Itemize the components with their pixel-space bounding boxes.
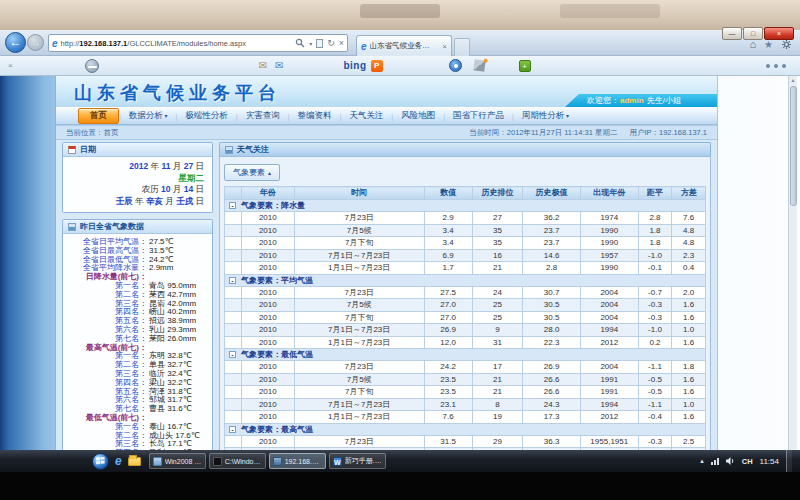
- expand-column-header: [225, 187, 242, 200]
- chevron-up-icon: ▴: [268, 169, 271, 176]
- report-body: 全省日平均气温：27.5℃全省日最高气温：31.5℃全省日最低气温：24.2℃全…: [63, 234, 212, 450]
- table-cell: 2010: [241, 212, 294, 225]
- nav-item-7[interactable]: 国省下行产品: [445, 109, 512, 123]
- table-cell: 9: [472, 324, 523, 337]
- language-indicator[interactable]: CH: [742, 457, 753, 466]
- toolbar-logo-icon[interactable]: [85, 59, 99, 73]
- network-icon[interactable]: [711, 458, 719, 465]
- table-cell: 7月下旬: [294, 237, 424, 250]
- taskbar-button-3[interactable]: W新巧手册.docx...: [329, 453, 386, 469]
- table-cell: 1994: [580, 398, 638, 411]
- table-cell: 2010: [241, 286, 294, 299]
- forward-button[interactable]: →: [27, 34, 44, 51]
- table-cell: 7月5候: [294, 373, 424, 386]
- bing-logo[interactable]: bing P: [343, 60, 382, 72]
- ie-taskbar-icon[interactable]: e: [115, 454, 122, 468]
- gear-icon[interactable]: [781, 39, 792, 50]
- refresh-icon[interactable]: ↻: [327, 38, 335, 48]
- search-icon[interactable]: [295, 38, 305, 48]
- collapse-toggle-icon[interactable]: -: [229, 426, 236, 433]
- group-header-row[interactable]: -气象要素：最低气温: [225, 349, 706, 361]
- table-cell: 30.5: [523, 299, 581, 312]
- nav-item-3[interactable]: 灾害查询: [238, 109, 288, 123]
- compatibility-view-icon[interactable]: [316, 39, 323, 48]
- maximize-button[interactable]: □: [743, 27, 763, 40]
- group-header-row[interactable]: -气象要素：最高气温: [225, 423, 706, 435]
- tab-close-icon[interactable]: ×: [442, 42, 447, 51]
- taskbar-button-1[interactable]: C:\Windows\s...: [209, 453, 266, 469]
- table-cell: 1.8: [672, 361, 706, 374]
- group-header-row[interactable]: -气象要素：降水量: [225, 200, 706, 212]
- table-row: 20107月5候3.43523.719901.84.8: [225, 224, 706, 237]
- table-cell: 7月23日: [294, 435, 424, 448]
- table-cell: 2.5: [672, 435, 706, 448]
- table-cell: 1991: [580, 386, 638, 399]
- date-panel-header: 日期: [63, 143, 212, 157]
- scroll-up-icon[interactable]: ▲: [791, 76, 796, 84]
- group-header-row[interactable]: -气象要素：平均气温: [225, 274, 706, 286]
- nav-item-6[interactable]: 风险地图: [393, 109, 443, 123]
- browser-tab[interactable]: e 山东省气候业务平... ×: [356, 35, 452, 56]
- mail-icon[interactable]: ✉: [275, 60, 283, 71]
- table-cell: 2010: [241, 237, 294, 250]
- table-cell: 7月下旬: [294, 386, 424, 399]
- volume-icon[interactable]: [726, 457, 735, 465]
- tray-expand-icon[interactable]: ▴: [700, 457, 704, 465]
- date-panel-title: 日期: [80, 144, 96, 155]
- taskbar-button-2[interactable]: 192.168.59.99...: [269, 453, 326, 469]
- back-button[interactable]: ←: [5, 32, 26, 53]
- current-time: 当前时间：2012年11月27日 11:14:31 星期二: [469, 128, 617, 138]
- table-cell: 1.6: [672, 311, 706, 324]
- table-cell: 2010: [241, 336, 294, 349]
- table-cell: 1990: [580, 237, 638, 250]
- minimize-button[interactable]: —: [722, 27, 742, 40]
- date-line: 2012 年 11 月 27 日: [67, 161, 204, 173]
- taskbar-button-0[interactable]: Win2008 (VS2...: [149, 453, 206, 469]
- taskbar-button-label: 新巧手册.docx...: [345, 456, 382, 466]
- breadcrumb: 当前位置：首页: [66, 128, 119, 138]
- table-cell: 1月1日～7月23日: [294, 411, 424, 424]
- mail-icon[interactable]: ✉: [259, 60, 267, 71]
- nav-item-4[interactable]: 整编资料: [290, 109, 340, 123]
- table-row: 20101月1日～7月23日1.7212.81990-0.10.4: [225, 262, 706, 275]
- stop-icon[interactable]: ×: [339, 38, 344, 48]
- table-cell: 16: [472, 249, 523, 262]
- table-cell: 1.6: [672, 411, 706, 424]
- search-dropdown-icon[interactable]: ▾: [309, 40, 312, 47]
- start-button[interactable]: [92, 453, 109, 470]
- collapse-toggle-icon[interactable]: -: [229, 351, 236, 358]
- address-bar[interactable]: e http://192.168.137.1/GLCCLIMATE/module…: [48, 34, 348, 52]
- signal-icon[interactable]: [473, 59, 485, 71]
- close-button[interactable]: ×: [764, 27, 794, 40]
- nav-item-0[interactable]: 首页: [78, 108, 119, 124]
- table-cell: -1.0: [638, 249, 672, 262]
- table-row: 20107月下旬3.43523.719901.84.8: [225, 237, 706, 250]
- new-tab-button[interactable]: [454, 38, 470, 56]
- column-header: 历史排位: [472, 187, 523, 200]
- chevron-down-icon: ▾: [564, 113, 569, 119]
- explorer-folder-icon[interactable]: [128, 457, 141, 466]
- camera-icon[interactable]: [449, 59, 462, 72]
- nav-item-8[interactable]: 周期性分析 ▾: [514, 109, 577, 123]
- plugin-icon[interactable]: +: [519, 60, 531, 72]
- table-cell: 7月5候: [294, 299, 424, 312]
- p-badge-icon[interactable]: P: [371, 60, 383, 72]
- table-cell: 4.8: [672, 237, 706, 250]
- toolbar-close-icon[interactable]: ×: [8, 61, 13, 70]
- page-scrollbar[interactable]: ▲: [788, 76, 797, 450]
- scrollbar-thumb[interactable]: [790, 86, 797, 206]
- collapse-toggle-icon[interactable]: -: [229, 277, 236, 284]
- favorites-star-icon[interactable]: ★: [764, 39, 773, 50]
- main-panel: 天气关注 气象要素 ▴ 年份时间数值历史排位历史极值出现年份距平方: [219, 142, 711, 450]
- toolbar-overflow-icon[interactable]: [766, 64, 786, 68]
- nav-item-1[interactable]: 数据分析 ▾: [121, 109, 176, 123]
- show-desktop-button[interactable]: [786, 450, 792, 472]
- table-cell: 2004: [580, 299, 638, 312]
- table-cell: 6.9: [424, 249, 472, 262]
- nav-item-5[interactable]: 天气关注: [341, 109, 391, 123]
- nav-item-2[interactable]: 极端性分析: [177, 109, 236, 123]
- table-cell: 23.7: [523, 224, 581, 237]
- taskbar-clock[interactable]: 11:54: [760, 457, 779, 466]
- element-filter-button[interactable]: 气象要素 ▴: [224, 164, 280, 181]
- collapse-toggle-icon[interactable]: -: [229, 202, 236, 209]
